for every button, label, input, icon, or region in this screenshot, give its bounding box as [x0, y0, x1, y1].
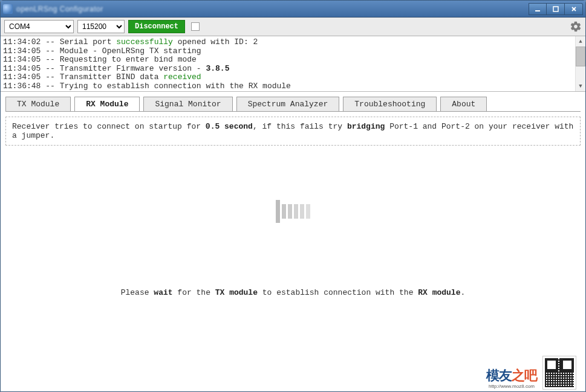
minimize-button[interactable] [529, 3, 547, 15]
scroll-track[interactable] [576, 47, 585, 81]
log-line: 11:34:02 -- Serial port successfully ope… [3, 38, 573, 47]
toolbar: COM4 115200 Disconnect [1, 18, 585, 36]
tab-row: TX ModuleRX ModuleSignal MonitorSpectrum… [1, 92, 585, 111]
tab-signal-monitor[interactable]: Signal Monitor [143, 97, 232, 112]
baud-select[interactable]: 115200 [77, 20, 125, 33]
scroll-up-icon[interactable]: ▲ [576, 36, 585, 47]
hint-action: bridging [347, 122, 385, 131]
footer: 模友之吧 http://www.moz8.com [486, 354, 581, 391]
app-icon [3, 4, 13, 14]
logo-subtext: http://www.moz8.com [489, 384, 535, 389]
log-scrollbar[interactable]: ▲ ▼ [575, 36, 585, 91]
scroll-down-icon[interactable]: ▼ [576, 81, 585, 91]
disconnect-button[interactable]: Disconnect [128, 20, 185, 33]
svg-rect-0 [535, 10, 540, 11]
wait-message: Please wait for the TX module to establi… [121, 288, 466, 297]
svg-rect-1 [553, 7, 558, 11]
tab-spectrum-analyzer[interactable]: Spectrum Analyzer [236, 97, 340, 112]
log-content[interactable]: 11:34:02 -- Serial port successfully ope… [1, 36, 575, 91]
hint-text-mid: , if this fails try [253, 122, 347, 131]
log-line: 11:34:05 -- Transmitter Firmware version… [3, 65, 573, 74]
hint-duration: 0.5 second [206, 122, 253, 131]
loading-spinner-icon [276, 200, 310, 223]
tab-rx-module[interactable]: RX Module [74, 97, 140, 112]
footer-logo: 模友之吧 http://www.moz8.com [486, 367, 537, 389]
port-select[interactable]: COM4 [4, 20, 74, 33]
logo-text-2: 之吧 [512, 367, 537, 385]
tab-panel-rx-module: Receiver tries to connect on startup for… [5, 111, 581, 391]
toolbar-checkbox[interactable] [191, 22, 200, 31]
hint-text-pre: Receiver tries to connect on startup for [12, 122, 206, 131]
titlebar: openLRSng Configurator [1, 1, 585, 18]
logo-text-1: 模友 [486, 367, 512, 385]
tab-tx-module[interactable]: TX Module [5, 97, 71, 112]
window-title: openLRSng Configurator [16, 5, 529, 13]
log-line: 11:34:05 -- Requesting to enter bind mod… [3, 56, 573, 65]
log-line: 11:36:48 -- Trying to establish connecti… [3, 82, 573, 91]
qr-code-icon [543, 356, 576, 389]
log-line: 11:34:05 -- Module - OpenLRSng TX starti… [3, 47, 573, 56]
log-area: 11:34:02 -- Serial port successfully ope… [1, 36, 585, 92]
app-window: openLRSng Configurator COM4 115200 Disco… [0, 0, 586, 392]
log-line: 11:34:05 -- Transmitter BIND data receiv… [3, 73, 573, 82]
hint-box: Receiver tries to connect on startup for… [5, 117, 581, 146]
tab-about[interactable]: About [440, 97, 487, 112]
scroll-thumb[interactable] [576, 47, 585, 66]
window-controls [529, 3, 583, 15]
maximize-button[interactable] [547, 3, 565, 15]
tab-troubleshooting[interactable]: Troubleshooting [343, 97, 437, 112]
close-button[interactable] [565, 3, 583, 15]
gear-icon[interactable] [570, 21, 582, 33]
